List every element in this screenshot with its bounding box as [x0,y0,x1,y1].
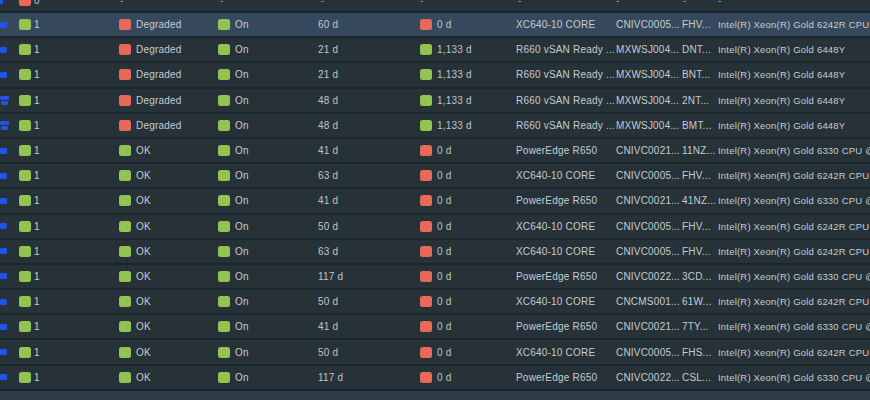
alert-count-value: 1 [34,89,40,112]
alert-status-square-icon [19,0,31,6]
alert-count-cell [19,189,31,212]
power-state-cell [218,315,230,338]
device-link[interactable] [0,265,11,288]
device-link-icon [0,273,7,279]
device-link[interactable] [0,63,11,86]
warranty-cell [420,63,432,86]
power-state-square-icon [218,372,230,383]
alert-count-value: 1 [34,38,40,61]
asset-tag-label: FHV... [682,215,711,238]
table-row[interactable]: 1OKOn63 d0 dXC640-10 CORECNIVC0005...FHV… [0,164,870,189]
table-row[interactable]: 1DegradedOn48 d1,133 dR660 vSAN Ready ..… [0,89,870,114]
service-tag-label: CNIVC0021... [616,189,680,212]
alert-count-value: 1 [34,240,40,263]
alert-count-value: 1 [34,164,40,187]
table-row[interactable]: 1OKOn117 d0 dPowerEdge R650CNIVC0022...3… [0,265,870,290]
cpu-label: Intel(R) Xeon(R) Gold 6242R CPU @ 3 [718,290,870,313]
table-row-clipped-top[interactable]: 0-------- [0,0,870,13]
device-link[interactable] [0,114,11,137]
device-link[interactable] [0,0,11,13]
alert-status-square-icon [19,95,31,106]
device-link-icon [0,198,7,204]
health-status-square-icon [119,120,131,131]
cpu-label: Intel(R) Xeon(R) Gold 6242R CPU @ 3 [718,215,870,238]
model-label: XC640-10 CORE [516,290,595,313]
uptime-value: 50 d [318,290,338,313]
device-link[interactable] [0,240,11,263]
warranty-cell [420,215,432,238]
power-state-label: On [235,89,249,112]
warranty-days-value: 0 d [437,189,452,212]
device-link-icon [0,0,3,4]
service-tag-label: CNIVC0005... [616,215,680,238]
device-link[interactable] [0,315,11,338]
power-state-cell [218,164,230,187]
service-tag-label: MXWSJ004... [616,38,679,61]
alert-count-cell [19,139,31,162]
device-link-icon [0,223,7,229]
device-link[interactable] [0,366,11,389]
cpu-label: Intel(R) Xeon(R) Gold 6242R CPU @ 3 [718,240,870,263]
device-link-icon [0,22,7,28]
device-link-icon [0,47,7,53]
empty-value-dash: - [518,0,522,13]
power-state-label: On [235,114,249,137]
device-link[interactable] [0,189,11,212]
model-label: XC640-10 CORE [516,13,595,36]
table-row[interactable]: 1DegradedOn21 d1,133 dR660 vSAN Ready ..… [0,38,870,63]
alert-count-cell [19,315,31,338]
uptime-value: 117 d [318,265,343,288]
power-state-label: On [235,139,249,162]
cpu-label: Intel(R) Xeon(R) Gold 6242R CPU @ 3 [718,164,870,187]
table-row[interactable]: 1OKOn41 d0 dPowerEdge R650CNIVC0021...11… [0,139,870,164]
device-link-icon [0,299,7,305]
warranty-status-square-icon [420,246,432,257]
health-status-square-icon [119,95,131,106]
asset-tag-label: 11NZ... [682,139,715,162]
power-state-label: On [235,240,249,263]
health-status-label: OK [136,215,151,238]
health-status-label: Degraded [136,13,182,36]
table-row[interactable]: 1OKOn50 d0 dXC640-10 CORECNIVC0005...FHV… [0,215,870,240]
device-link[interactable] [0,13,11,36]
table-row[interactable]: 1OKOn117 d0 dPowerEdge R650CNIVC0022...C… [0,366,870,391]
power-state-square-icon [218,120,230,131]
device-link[interactable] [0,89,11,112]
device-link[interactable] [0,139,11,162]
model-label: XC640-10 CORE [516,240,595,263]
warranty-status-square-icon [420,271,432,282]
asset-tag-label: 61W... [682,290,712,313]
warranty-status-square-icon [420,145,432,156]
table-row[interactable]: 1DegradedOn60 d0 dXC640-10 CORECNIVC0005… [0,13,870,38]
power-state-cell [218,340,230,363]
table-row[interactable]: 1OKOn50 d0 dXC640-10 CORECNCMS001...61W.… [0,290,870,315]
table-row[interactable]: 1OKOn41 d0 dPowerEdge R650CNIVC0021...7T… [0,315,870,340]
power-state-label: On [235,164,249,187]
health-status-label: OK [136,139,151,162]
table-row[interactable]: 1DegradedOn48 d1,133 dR660 vSAN Ready ..… [0,114,870,139]
cpu-label: Intel(R) Xeon(R) Gold 6448Y [718,63,870,86]
table-row[interactable]: 1OKOn50 d0 dXC640-10 CORECNIVC0005...FHS… [0,340,870,365]
health-status-cell [119,315,131,338]
device-link[interactable] [0,38,11,61]
device-link[interactable] [0,215,11,238]
table-row[interactable]: 1DegradedOn21 d1,133 dR660 vSAN Ready ..… [0,63,870,88]
warranty-cell [420,189,432,212]
alert-status-square-icon [19,19,31,30]
table-row[interactable]: 1OKOn41 d0 dPowerEdge R650CNIVC0021...41… [0,189,870,214]
service-tag-label: CNIVC0005... [616,13,680,36]
uptime-value: 50 d [318,340,338,363]
table-row[interactable]: 1OKOn63 d0 dXC640-10 CORECNIVC0005...FHV… [0,240,870,265]
health-status-cell [119,63,131,86]
empty-value-dash: - [321,0,325,13]
uptime-value: 41 d [318,189,338,212]
power-state-label: On [235,366,249,389]
uptime-value: 117 d [318,366,343,389]
device-link[interactable] [0,290,11,313]
alert-count-cell [19,290,31,313]
device-link[interactable] [0,340,11,363]
alert-status-square-icon [19,321,31,332]
device-link[interactable] [0,164,11,187]
power-state-label: On [235,189,249,212]
warranty-cell [420,290,432,313]
